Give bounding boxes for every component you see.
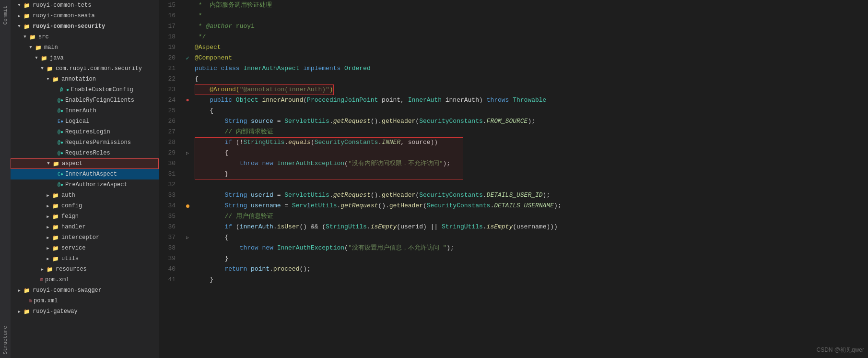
chevron-icon [34, 55, 39, 61]
code-text: INNER [382, 137, 400, 148]
sidebar-item-requires-permissions[interactable]: @● RequiresPermissions [11, 137, 159, 148]
sidebar-item-aspect[interactable]: 📁 aspect [11, 158, 159, 169]
code-text: (! [236, 137, 244, 148]
line-num-26: 26 [159, 116, 178, 127]
sidebar-item-pom-swagger[interactable]: m pom.xml [11, 296, 159, 306]
sidebar-item-enable-ry-feign[interactable]: @● EnableRyFeignClients [11, 95, 159, 106]
code-text: point, [378, 95, 408, 106]
code-line-26: String source = ServletUtils.getRequest(… [195, 116, 868, 127]
code-text: } [195, 169, 228, 179]
chevron-icon [45, 235, 51, 240]
code-text: public [195, 63, 221, 74]
sidebar-item-requires-login[interactable]: @● RequiresLogin [11, 127, 159, 137]
sidebar-item-enable-custom-config[interactable]: @ ● EnableCustomConfig [11, 84, 159, 95]
line-num-39: 39 [159, 253, 178, 264]
sidebar-item-interceptor[interactable]: 📁 interceptor [11, 232, 159, 243]
sidebar-item-requires-roles[interactable]: @● RequiresRoles [11, 148, 159, 158]
sidebar-label: InnerAuthAspect [65, 171, 117, 178]
code-text: getRequest [340, 201, 378, 211]
sidebar-item-ruoyi-common-swagger[interactable]: 📁 ruoyi-common-swagger [11, 285, 159, 296]
code-text: . [378, 137, 382, 148]
code-text: getRequest [333, 190, 371, 201]
commit-tab[interactable]: Commit [1, 2, 9, 29]
code-line-27: // 内部请求验证 [195, 127, 868, 137]
code-text: . [329, 116, 333, 127]
line-num-22: 22 [159, 74, 178, 84]
gutter-32 [182, 179, 193, 190]
sidebar-item-main[interactable]: 📁 main [11, 42, 159, 53]
sidebar-label: EnableRyFeignClients [65, 97, 134, 104]
line-num-35: 35 [159, 211, 178, 222]
code-line-25: { [195, 106, 868, 116]
code-text: implements [303, 63, 344, 74]
sidebar-label: ruoyi-common-security [33, 23, 105, 30]
code-text: l [307, 201, 311, 211]
sidebar-item-ruoyi-common-seata[interactable]: 📁 ruoyi-common-seata [11, 11, 159, 21]
line-num-23: 23 [159, 84, 178, 95]
annotation-badge: @● [58, 151, 63, 156]
sidebar-label: ruoyi-common-tets [33, 2, 91, 9]
code-text: StringUtils [442, 222, 483, 232]
code-text: Serv [292, 201, 307, 211]
sidebar-item-resources[interactable]: 📁 resources [11, 264, 159, 274]
sidebar-item-utils[interactable]: 📁 utils [11, 253, 159, 264]
sidebar-item-auth[interactable]: 📁 auth [11, 190, 159, 201]
gutter-check-icon: ✓ [186, 55, 189, 62]
sidebar-item-java[interactable]: 📁 java [11, 53, 159, 63]
sidebar-label: RequiresPermissions [65, 139, 131, 146]
code-text: throw [195, 243, 262, 253]
line-num-36: 36 [159, 222, 178, 232]
line-num-38: 38 [159, 243, 178, 253]
sidebar-item-pre-authorize-aspect[interactable]: @● PreAuthorizeAspect [11, 179, 159, 190]
sidebar-item-ruoyi-common-security[interactable]: 📁 ruoyi-common-security [11, 21, 159, 32]
sidebar-item-inner-auth-aspect[interactable]: C● InnerAuthAspect [11, 169, 159, 179]
sidebar-item-service[interactable]: 📁 service [11, 243, 159, 253]
code-text: proceed [273, 264, 300, 274]
code-text: ServletUtils [284, 190, 329, 201]
code-text: ( [344, 158, 348, 169]
code-line-15: * 内部服务调用验证处理 [195, 0, 868, 11]
gutter-40 [182, 264, 193, 274]
code-text: username [251, 201, 281, 211]
code-text: @Aspect [195, 42, 221, 53]
line-num-37: 37 [159, 232, 178, 243]
sidebar-item-inner-auth-annotation[interactable]: @● InnerAuth [11, 106, 159, 116]
sidebar-item-ruoyi-gateway[interactable]: 📁 ruoyi-gateway [11, 306, 159, 317]
structure-tab[interactable]: Structure [1, 322, 9, 358]
code-text: // 内部请求验证 [195, 127, 273, 137]
sidebar-item-ruoyi-common-tets[interactable]: 📁 ruoyi-common-tets [11, 0, 159, 11]
class-badge: C● [58, 172, 63, 177]
code-text: . [270, 264, 273, 274]
code-text: () && ( [299, 222, 326, 232]
gutter-34 [182, 201, 193, 211]
class-badge: E● [58, 119, 63, 124]
folder-icon: 📁 [52, 234, 59, 241]
folder-icon: 📁 [23, 286, 31, 294]
code-text: ); [543, 190, 551, 201]
sidebar-item-com-ruoyi[interactable]: 📁 com.ruoyi.common.security [11, 63, 159, 74]
code-text: */ [195, 32, 206, 42]
gutter-15 [182, 0, 193, 11]
sidebar-item-config[interactable]: 📁 config [11, 201, 159, 211]
sidebar-item-feign[interactable]: 📁 feign [11, 211, 159, 222]
sidebar-item-logical[interactable]: E● Logical [11, 116, 159, 127]
code-text: (). [371, 190, 382, 201]
code-text: ( [423, 201, 427, 211]
spacer [51, 140, 57, 145]
code-text: ) [329, 84, 333, 95]
folder-icon: 📁 [40, 54, 48, 62]
code-text: getHeader [382, 116, 415, 127]
sidebar-item-annotation[interactable]: 📁 annotation [11, 74, 159, 84]
sidebar-item-src[interactable]: 📁 src [11, 32, 159, 42]
code-text: isUser [277, 222, 300, 232]
sidebar-item-pom-security[interactable]: m pom.xml [11, 274, 159, 285]
annotation-icon: @ [58, 86, 65, 94]
code-text: ruoyi [232, 21, 255, 32]
gutter-28 [182, 137, 193, 148]
code-text: innerAuth [240, 222, 273, 232]
sidebar-label: ruoyi-common-seata [33, 12, 95, 19]
code-text: { [195, 106, 213, 116]
code-lines[interactable]: * 内部服务调用验证处理 * * @author ruoyi */ @Aspec… [193, 0, 868, 358]
sidebar-item-handler[interactable]: 📁 handler [11, 222, 159, 232]
chevron-icon [16, 24, 22, 29]
